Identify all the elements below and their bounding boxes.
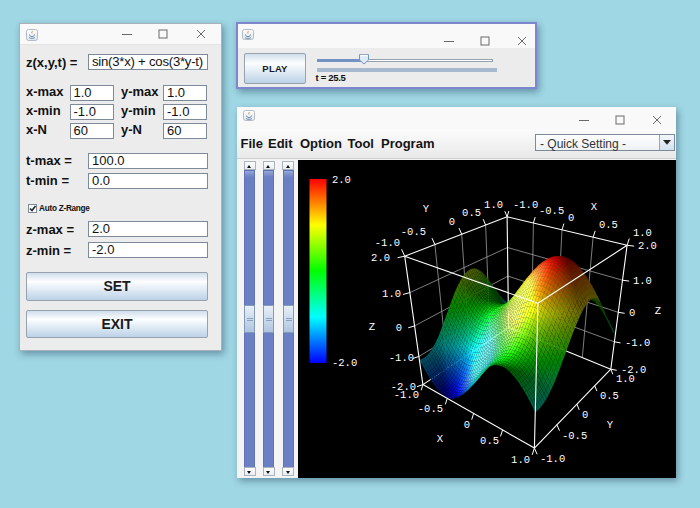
svg-text:-1.0: -1.0	[388, 352, 413, 364]
svg-text:-1.0: -1.0	[513, 199, 538, 211]
svg-text:Z: Z	[368, 321, 374, 333]
svg-text:2.0: 2.0	[638, 240, 657, 252]
svg-text:0: 0	[629, 307, 635, 319]
svg-text:1.0: 1.0	[633, 227, 652, 239]
svg-text:0: 0	[568, 212, 574, 224]
svg-text:X: X	[590, 201, 597, 213]
svg-text:0.5: 0.5	[600, 390, 619, 402]
svg-text:X: X	[436, 433, 443, 445]
svg-text:-0.5: -0.5	[562, 430, 587, 442]
svg-text:-1.0: -1.0	[540, 453, 565, 465]
svg-text:0.5: 0.5	[462, 207, 481, 219]
svg-text:1.0: 1.0	[633, 275, 652, 287]
svg-text:Y: Y	[606, 419, 613, 431]
svg-text:0: 0	[395, 322, 401, 334]
svg-text:0: 0	[582, 409, 588, 421]
svg-text:0: 0	[463, 419, 469, 431]
svg-text:-0.5: -0.5	[417, 403, 442, 415]
svg-text:2.0: 2.0	[371, 252, 390, 264]
svg-text:-0.5: -0.5	[400, 226, 425, 238]
svg-text:1.0: 1.0	[484, 199, 503, 211]
svg-text:0.5: 0.5	[480, 435, 499, 447]
svg-text:-0.5: -0.5	[539, 205, 564, 217]
svg-text:1.0: 1.0	[382, 288, 401, 300]
svg-text:0.5: 0.5	[599, 219, 618, 231]
svg-text:0: 0	[448, 216, 454, 228]
svg-text:2.0: 2.0	[332, 174, 351, 186]
svg-text:Z: Z	[654, 305, 660, 317]
svg-text:-2.0: -2.0	[390, 381, 415, 393]
svg-text:-1.0: -1.0	[374, 237, 399, 249]
svg-text:-2.0: -2.0	[621, 364, 646, 376]
svg-text:Y: Y	[422, 203, 429, 215]
svg-text:-2.0: -2.0	[332, 357, 357, 369]
svg-text:1.0: 1.0	[511, 454, 530, 466]
svg-text:-1.0: -1.0	[625, 337, 650, 349]
